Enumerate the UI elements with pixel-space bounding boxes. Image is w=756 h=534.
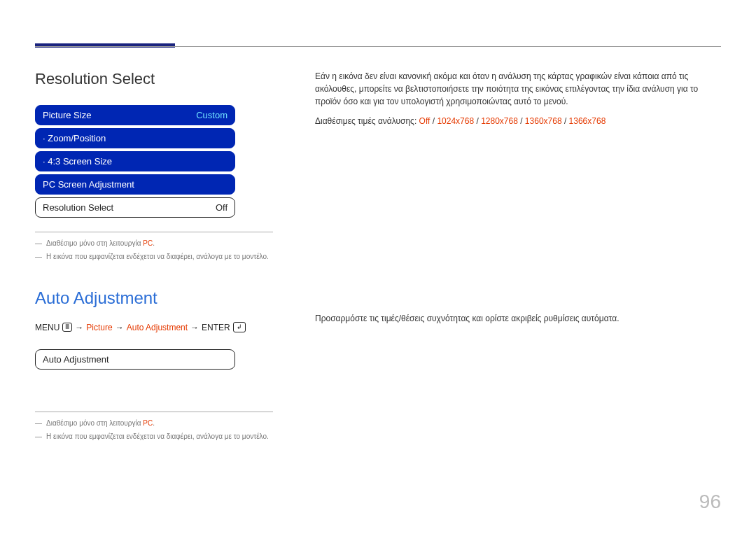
menu-row-resolution-select: Resolution Select Off (35, 197, 235, 218)
footnotes-block-2: ― Διαθέσιμο μόνο στη λειτουργία PC. ― Η … (35, 412, 273, 440)
footnote-text: Η εικόνα που εμφανίζεται ενδέχεται να δι… (46, 433, 269, 440)
body-paragraph: Προσαρμόστε τις τιμές/θέσεις συχνότητας … (315, 312, 721, 325)
section-auto-adjustment: Auto Adjustment MENU Ⅲ → Picture → Auto … (35, 288, 273, 440)
menu-label: PC Screen Adjustment (43, 179, 134, 190)
footnote-red: PC (143, 419, 153, 427)
footnote-suffix: . (153, 239, 155, 247)
footnote: ― Η εικόνα που εμφανίζεται ενδέχεται να … (35, 433, 273, 440)
menu-value: Custom (196, 110, 227, 120)
footnote-text: Διαθέσιμο μόνο στη λειτουργία (46, 239, 143, 247)
nav-menu-label: MENU (35, 323, 59, 332)
enter-icon: ↲ (233, 322, 246, 332)
footnote-red: PC (143, 239, 153, 247)
body-paragraph: Εάν η εικόνα δεν είναι κανονική ακόμα κα… (315, 70, 721, 108)
menu-row-picture-size: Picture Size Custom (35, 105, 235, 125)
nav-picture: Picture (86, 323, 112, 332)
footnotes-block-1: ― Διαθέσιμο μόνο στη λειτουργία PC. ― Η … (35, 232, 273, 260)
arrow-icon: → (115, 323, 124, 332)
dash-icon: ― (35, 239, 42, 247)
section-resolution-select: Resolution Select Picture Size Custom · … (35, 70, 273, 260)
menu-row-43-screen-size: · 4:3 Screen Size (35, 151, 235, 171)
res-label: Διαθέσιμες τιμές ανάλυσης: (315, 116, 419, 126)
menu-row-zoom-position: · Zoom/Position (35, 128, 235, 148)
menu-label: · 4:3 Screen Size (43, 156, 112, 167)
menu-row-auto-adjustment: Auto Adjustment (35, 349, 235, 370)
footnote-text: Η εικόνα που εμφανίζεται ενδέχεται να δι… (46, 253, 269, 260)
page-number: 96 (699, 491, 721, 513)
footnote-text: Διαθέσιμο μόνο στη λειτουργία (46, 419, 143, 427)
res-value: Off (419, 116, 430, 126)
nav-auto-adjustment: Auto Adjustment (127, 323, 188, 332)
header-rule (35, 46, 721, 47)
menu-label: Auto Adjustment (43, 354, 109, 365)
arrow-icon: → (190, 323, 199, 332)
menu-label: Picture Size (43, 110, 91, 120)
section-title: Resolution Select (35, 70, 273, 88)
resolution-values-line: Διαθέσιμες τιμές ανάλυσης: Off / 1024x76… (315, 115, 721, 127)
sep: / (474, 116, 481, 126)
footnote-suffix: . (153, 419, 155, 427)
dash-icon: ― (35, 253, 42, 260)
res-value: 1360x768 (525, 116, 562, 126)
header-accent-bar (35, 43, 175, 48)
res-value: 1366x768 (569, 116, 606, 126)
nav-path: MENU Ⅲ → Picture → Auto Adjustment → ENT… (35, 322, 273, 332)
footnote: ― Διαθέσιμο μόνο στη λειτουργία PC. (35, 419, 273, 427)
dash-icon: ― (35, 419, 42, 427)
osd-menu-resolution: Picture Size Custom · Zoom/Position · 4:… (35, 105, 235, 218)
menu-label: · Zoom/Position (43, 133, 106, 143)
menu-row-pc-screen-adjustment: PC Screen Adjustment (35, 174, 235, 195)
section-title: Auto Adjustment (35, 288, 273, 308)
res-value: 1280x768 (481, 116, 518, 126)
nav-enter-label: ENTER (202, 323, 230, 332)
sep: / (518, 116, 525, 126)
footnote: ― Η εικόνα που εμφανίζεται ενδέχεται να … (35, 253, 273, 260)
sep: / (562, 116, 569, 126)
menu-label: Resolution Select (43, 202, 113, 213)
menu-icon: Ⅲ (62, 323, 72, 332)
menu-value: Off (216, 202, 227, 213)
sep: / (430, 116, 437, 126)
res-value: 1024x768 (437, 116, 474, 126)
arrow-icon: → (75, 323, 83, 332)
dash-icon: ― (35, 433, 42, 440)
footnote: ― Διαθέσιμο μόνο στη λειτουργία PC. (35, 239, 273, 247)
osd-menu-auto-adjustment: Auto Adjustment (35, 349, 235, 370)
